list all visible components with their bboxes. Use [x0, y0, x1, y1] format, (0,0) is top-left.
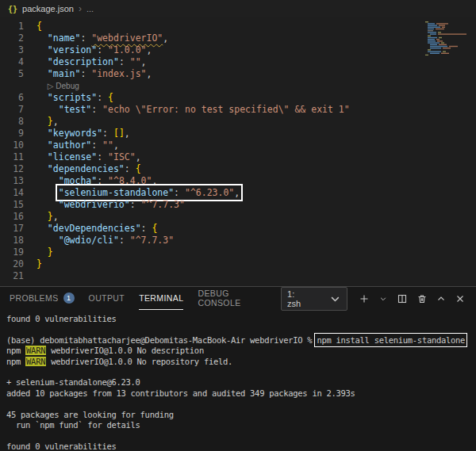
command-highlight-box: npm install selenium-standalone	[317, 335, 465, 345]
line-number[interactable]: 14	[0, 187, 36, 199]
line-number[interactable]: 18	[0, 235, 36, 247]
panel-tab-terminal[interactable]: TERMINAL	[139, 287, 183, 310]
line-number[interactable]: 19	[0, 247, 36, 258]
code-line[interactable]: 11 "license": "ISC",	[0, 151, 476, 163]
code-line[interactable]: 17 "devDependencies": {	[0, 223, 476, 235]
breadcrumb-more[interactable]: ...	[86, 4, 94, 13]
terminal-shell-dropdown[interactable]: 1: zsh	[281, 287, 347, 311]
code-line[interactable]: 18 "@wdio/cli": "^7.7.3"	[0, 235, 476, 247]
line-number[interactable]: 4	[0, 56, 36, 68]
line-number[interactable]: 13	[0, 175, 36, 187]
terminal-line	[6, 324, 470, 334]
line-number[interactable]	[0, 80, 36, 92]
code-line[interactable]: 9 "keywords": [],	[0, 128, 476, 140]
line-number[interactable]: 12	[0, 163, 36, 175]
line-content: "main": "index.js",	[36, 68, 152, 80]
line-content: "name": "webdriverIO",	[36, 32, 168, 44]
line-content: {	[36, 21, 42, 32]
line-number[interactable]: 3	[0, 44, 36, 56]
line-content: },	[36, 116, 59, 128]
line-content: },	[36, 211, 59, 223]
line-number[interactable]: 11	[0, 151, 36, 163]
code-line[interactable]: 4 "description": "",	[0, 56, 476, 68]
json-file-icon: {}	[8, 5, 17, 13]
code-line[interactable]: 14 "selenium-standalone": "^6.23.0",	[0, 187, 476, 199]
minimap-preview	[424, 21, 474, 55]
line-content: ▷ Debug	[36, 80, 79, 92]
code-line[interactable]: 6 "scripts": {	[0, 92, 476, 104]
line-number[interactable]: 2	[0, 32, 36, 44]
terminal-line: (base) debomitabhattacharjee@Debomitas-M…	[6, 335, 470, 346]
line-number[interactable]: 17	[0, 223, 36, 235]
line-content: "selenium-standalone": "^6.23.0",	[36, 187, 240, 199]
code-line[interactable]: 1{	[0, 21, 476, 32]
line-content: "@wdio/cli": "^7.7.3"	[36, 235, 174, 247]
line-number[interactable]: 8	[0, 116, 36, 128]
line-number[interactable]: 1	[0, 21, 36, 32]
minimap[interactable]	[424, 21, 474, 59]
code-line[interactable]: 21	[0, 270, 476, 282]
line-number[interactable]: 7	[0, 104, 36, 116]
panel-actions: 1: zsh	[281, 287, 466, 311]
npm-warn-badge: WARN	[25, 346, 46, 355]
line-content: "author": "",	[36, 140, 119, 151]
panel-tabs: PROBLEMS1OUTPUTTERMINALDEBUG CONSOLE	[10, 287, 267, 310]
line-content: "mocha": "^8.4.0",	[36, 175, 157, 187]
panel-tab-label: OUTPUT	[89, 293, 125, 303]
breadcrumb-separator-icon: ›	[79, 3, 82, 14]
maximize-panel-button[interactable]	[435, 292, 447, 305]
npm-warn-badge: WARN	[25, 357, 46, 366]
panel-tab-debug-console[interactable]: DEBUG CONSOLE	[198, 287, 267, 310]
panel-tab-label: DEBUG CONSOLE	[198, 289, 267, 308]
line-number[interactable]: 20	[0, 258, 36, 270]
code-line[interactable]: 3 "version": "1.0.0",	[0, 44, 476, 56]
line-number[interactable]: 10	[0, 140, 36, 151]
line-content: "dependencies": {	[36, 163, 141, 175]
terminal-line: 45 packages are looking for funding	[6, 410, 470, 420]
problems-count-badge: 1	[63, 292, 75, 304]
panel-tab-problems[interactable]: PROBLEMS1	[10, 287, 75, 310]
line-number[interactable]: 16	[0, 211, 36, 223]
code-line[interactable]: 16 },	[0, 211, 476, 223]
line-number[interactable]: 9	[0, 128, 36, 140]
terminal-line: npm WARN webdriverIO@1.0.0 No descriptio…	[6, 346, 470, 356]
line-number[interactable]: 15	[0, 199, 36, 211]
code-line[interactable]: 5 "main": "index.js",	[0, 68, 476, 80]
line-content: }	[36, 247, 53, 258]
code-line[interactable]: 10 "author": "",	[0, 140, 476, 151]
terminal-line	[6, 399, 470, 409]
codelens-line[interactable]: ▷ Debug	[0, 80, 476, 92]
line-number[interactable]: 6	[0, 92, 36, 104]
code-line[interactable]: 13 "mocha": "^8.4.0",	[0, 175, 476, 187]
line-number[interactable]: 21	[0, 270, 36, 282]
terminal-line: found 0 vulnerabilities	[6, 441, 470, 451]
editor[interactable]: 1{2 "name": "webdriverIO",3 "version": "…	[0, 17, 476, 286]
terminal-output[interactable]: found 0 vulnerabilities (base) debomitab…	[0, 310, 476, 451]
terminal-line: npm WARN webdriverIO@1.0.0 No repository…	[6, 357, 470, 367]
terminal-line: + selenium-standalone@6.23.0	[6, 377, 470, 388]
split-terminal-button[interactable]	[397, 292, 409, 305]
line-number[interactable]: 5	[0, 68, 36, 80]
close-panel-button[interactable]	[455, 292, 466, 305]
kill-terminal-button[interactable]	[416, 292, 428, 305]
terminal-line: run `npm fund` for details	[6, 420, 470, 430]
breadcrumb-file[interactable]: package.json	[22, 4, 74, 13]
code-line[interactable]: 7 "test": "echo \"Error: no test specifi…	[0, 104, 476, 116]
terminal-picker-chevron-icon[interactable]	[378, 292, 390, 305]
code-line[interactable]: 2 "name": "webdriverIO",	[0, 32, 476, 44]
new-terminal-button[interactable]	[358, 292, 370, 305]
vscode-window: {} package.json › ... 1{2 "name": "webdr…	[0, 0, 476, 450]
breadcrumb: {} package.json › ...	[0, 0, 476, 17]
line-content: "version": "1.0.0",	[36, 44, 152, 56]
code-line[interactable]: 20}	[0, 258, 476, 270]
line-content: "description": "",	[36, 56, 147, 68]
line-content: }	[36, 258, 42, 270]
panel-tab-output[interactable]: OUTPUT	[89, 287, 125, 310]
code-line[interactable]: 12 "dependencies": {	[0, 163, 476, 175]
code-line[interactable]: 8 },	[0, 116, 476, 128]
terminal-line	[6, 367, 470, 377]
terminal-line	[6, 430, 470, 441]
code-line[interactable]: 19 }	[0, 247, 476, 258]
line-content: "test": "echo \"Error: no test specified…	[36, 104, 350, 116]
code-line[interactable]: 15 "webdriverio": "^7.7.3"	[0, 199, 476, 211]
